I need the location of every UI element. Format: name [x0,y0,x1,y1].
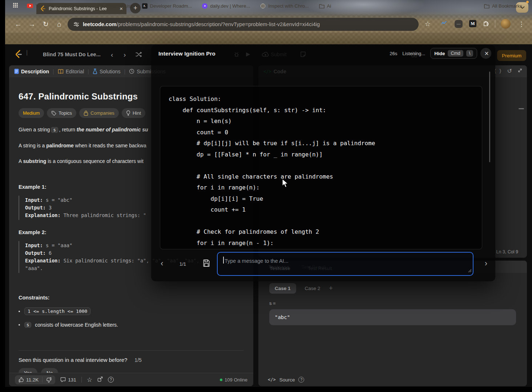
youtube-icon [27,4,33,8]
apps-grid-icon[interactable] [13,3,18,9]
back-icon[interactable]: ← [13,20,23,29]
url-bar[interactable]: leetcode.com/problems/palindromic-substr… [68,18,419,31]
browser-menu-kebab-icon[interactable]: ⋮ [517,20,526,29]
param-label: s = [269,301,276,306]
folder-icon [484,4,489,8]
difficulty-badge[interactable]: Medium [19,108,44,118]
lock-icon [84,110,88,116]
add-case-icon[interactable]: + [329,285,333,292]
save-icon[interactable] [203,259,210,269]
like-button[interactable]: 11.2K [15,375,42,384]
leetcode-logo[interactable] [15,50,23,60]
constraints-label: Constraints: [19,295,244,301]
ai-message-box[interactable]: Testcase Test Result [217,252,473,276]
tag-icon [51,111,56,116]
hide-shortcut[interactable]: Hide Cmd \ [430,48,477,59]
online-status: 109 Online [220,377,247,383]
testcase-help-icon[interactable]: ? [298,377,304,383]
lightbulb-icon [126,110,130,116]
interview-ignition-overlay: Interview Ignition Pro 26s Listening... … [151,45,495,281]
dailydev-icon: » [202,3,207,9]
thumbs-up-icon [19,377,24,383]
description-icon [14,69,19,74]
source-label[interactable]: Source [279,377,295,383]
cmd-keycap: Cmd [448,50,463,57]
browser-chrome: Palindromic Substrings - Lee × + ← → ↻ ⌂… [5,0,532,44]
globe-icon [260,3,266,9]
timer: 26s [390,51,397,56]
ai-message-input[interactable] [218,253,473,265]
undo-icon[interactable]: ↺ [507,68,512,74]
premium-button[interactable]: Premium [497,50,526,61]
prev-answer-icon[interactable]: ‹ [161,260,163,268]
vote-group: 11.2K [15,375,55,384]
comments-count[interactable]: 131 [60,377,76,383]
overlay-header[interactable]: Interview Ignition Pro 26s Listening... … [151,45,495,62]
overlay-scrollbar[interactable] [489,72,490,162]
case-1-tab[interactable]: Case 1 [269,283,296,294]
prev-problem-icon[interactable]: ‹ [111,51,113,59]
constraint-2: sconsists of lowercase English letters. [19,322,244,328]
profile-avatar[interactable] [501,19,511,29]
hint-badge[interactable]: Hint [122,108,145,118]
next-answer-icon[interactable]: › [485,260,487,268]
favorite-star-icon[interactable]: ☆ [87,376,92,384]
expand-icon[interactable] [517,68,523,74]
dislike-button[interactable] [43,375,55,384]
share-icon[interactable] [97,376,103,383]
extension-dots-icon[interactable]: ⋯ [455,20,463,28]
solutions-flask-icon [93,69,97,74]
screen: Palindromic Substrings - Lee × + ← → ↻ ⌂… [0,0,532,392]
new-tab-button[interactable]: + [130,3,141,13]
all-bookmarks[interactable]: All Bookmarks [484,0,522,12]
bookmark-star-icon[interactable]: ☆ [423,20,432,29]
site-settings-icon[interactable] [73,21,79,27]
browser-toolbar: ← → ↻ ⌂ leetcode.com/problems/palindromi… [5,16,532,33]
ghost-testcase-label: Testcase [270,266,290,271]
case-2-tab[interactable]: Case 2 [302,283,323,294]
overlay-title: Interview Ignition Pro [158,50,215,57]
close-icon[interactable]: × [484,50,489,57]
thumbs-down-icon [46,377,52,383]
topics-badge[interactable]: Topics [47,108,76,118]
tab-editorial[interactable]: Editorial [58,69,84,74]
extension-sound-icon[interactable] [441,20,447,26]
divider [19,350,244,351]
tab-title: Palindromic Substrings - Lee [49,6,117,11]
ghost-test-result-label: Test Result [308,266,332,271]
param-value-input[interactable]: "abc" [269,309,516,325]
tab-solutions[interactable]: Solutions [93,69,121,74]
companies-badge[interactable]: Companies [79,108,119,118]
tab-close-icon[interactable]: × [120,6,123,11]
home-icon[interactable]: ⌂ [55,20,64,29]
notification-dot [526,1,529,3]
editor-actions: { } ↺ [494,68,523,74]
extensions-puzzle-icon[interactable] [483,20,489,26]
problem-list-title[interactable]: Blind 75 Must Do Lee... [43,52,101,57]
bookmark-ai-folder[interactable]: Ai [319,3,331,9]
answer-pagination: 1/1 [180,261,186,267]
scrollbar-thumb[interactable] [519,108,524,109]
bookmark-developer-roadmap[interactable]: r.Developer Roadm... [142,3,192,9]
reload-icon[interactable]: ↻ [41,20,51,29]
resize-grip[interactable] [468,268,472,274]
tab-description[interactable]: Description [14,69,49,74]
bookmark-dailydev[interactable]: »daily.dev | Where... [202,3,250,9]
extension-m-icon[interactable]: M [469,20,476,27]
overlay-bottom-bar: ‹ 1/1 Testcase Test Result › [151,250,495,281]
survey-question: Seen this question in a real interview b… [19,357,244,363]
ai-code-answer: class Solution: def countSubstrings(self… [160,86,482,249]
browser-tab[interactable]: Palindromic Substrings - Lee × [36,3,126,14]
roadmap-icon: r. [142,3,148,9]
leetcode-page: | Blind 75 Must Do Lee... ‹ › ▶ Submit [5,44,532,387]
submissions-history-icon [129,69,134,74]
editor-cursor-status: Ln 3, Col 9 [496,249,518,254]
url-text[interactable]: leetcode.com/problems/palindromic-substr… [83,21,320,27]
toolbar-divider [495,20,495,28]
bookmark-inspect[interactable]: Inspect with Chro... [260,3,309,9]
help-icon[interactable]: ? [108,377,114,383]
forward-icon[interactable]: → [27,20,37,29]
constraint-1: 1 <= s.length <= 1000 [19,307,244,315]
shuffle-icon[interactable] [135,51,142,59]
next-problem-icon[interactable]: › [124,51,126,59]
